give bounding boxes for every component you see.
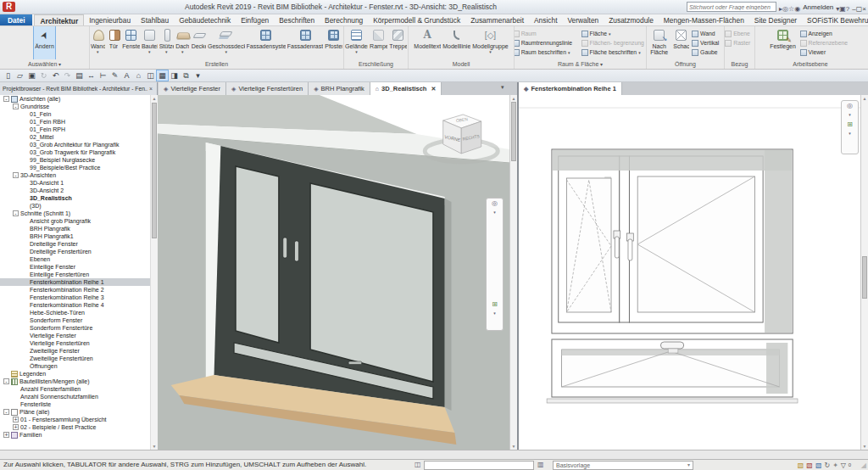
tree-item[interactable]: 3D-Ansicht 1 (0, 179, 157, 187)
ribbon-tab[interactable]: Gebäudetechnik (174, 14, 236, 25)
editable-only-icon[interactable]: ▧ (806, 461, 813, 470)
user-icon[interactable]: ◉ (794, 5, 800, 13)
ribbon-tab[interactable]: Stahlbau (136, 14, 174, 25)
tree-item[interactable]: 3D-Ansicht 2 (0, 187, 157, 194)
design-option-dropdown[interactable]: Basisvorlage▾ (553, 461, 693, 470)
save-icon[interactable]: ▣ (26, 70, 37, 81)
chevron-down-icon[interactable]: ▾ (493, 208, 496, 217)
tree-item[interactable]: Ansichten (alle) (0, 95, 157, 103)
aligned-dimension-icon[interactable]: ⊢ (97, 70, 108, 81)
ribbon-tab[interactable]: Datei (0, 14, 32, 25)
3d-viewport[interactable]: OBEN VORNE RECHTS (158, 95, 509, 450)
elevation-drawing[interactable] (519, 95, 860, 450)
expand-icon[interactable] (13, 424, 19, 430)
tree-item[interactable]: 01 - Fenstersammlung Übersicht (0, 416, 157, 423)
tree-item[interactable]: 03_Grob Tragwerk für Plangrafik (0, 148, 157, 156)
ribbon-small-button[interactable]: Viewer▾ (800, 48, 852, 56)
ribbon-button[interactable]: Treppe▾ (388, 26, 408, 59)
ribbon-small-button[interactable]: Vertikal▾ (692, 39, 723, 47)
ribbon-button[interactable]: Geländer▾ (344, 26, 369, 59)
view-tab[interactable]: ◈Viertelige Fenster✕ (159, 82, 226, 95)
ribbon-button[interactable]: Modelltext▾ (413, 26, 442, 59)
ribbon-button[interactable]: Stütze▾ (159, 26, 175, 59)
lower-window-handle[interactable] (348, 361, 362, 365)
signin-button[interactable]: Anmelden (803, 3, 833, 11)
ribbon-button[interactable]: Dach▾ (175, 26, 191, 59)
edit-in-place-icon[interactable]: ✦ (832, 461, 838, 470)
ribbon-tab[interactable]: Zusammenarbeit (465, 14, 529, 25)
tree-item[interactable]: 03_Grob Architektur für Plangrafik (0, 141, 157, 148)
tree-item[interactable]: Sonderform Fenster (0, 316, 157, 324)
expand-icon[interactable] (3, 378, 9, 384)
view-tab[interactable]: ◈Fensterkombination Reihe 1✕ (519, 82, 622, 95)
revit-logo[interactable]: R (3, 2, 15, 12)
tree-item[interactable]: Öffnungen (0, 362, 157, 370)
tree-item[interactable]: 99_Beispiel Nurglasecke (0, 156, 157, 164)
tree-item[interactable]: 99_Beispiele/Best Practice (0, 164, 157, 171)
app-store-icon[interactable]: ▣ (839, 5, 846, 13)
tree-item[interactable]: Fensterkombination Reihe 3 (0, 294, 157, 301)
ribbon-tab[interactable]: Architektur (34, 14, 84, 25)
tab-overflow-icon[interactable]: ▾ (501, 84, 504, 91)
tree-item[interactable]: 01_Fein RPH (0, 126, 157, 133)
tree-item[interactable]: Sonderform Fenstertüre (0, 324, 157, 332)
viewport-scrollbar[interactable]: ▲ ▼ (509, 95, 517, 450)
window-handle[interactable] (283, 238, 287, 258)
ribbon-button[interactable]: Modelllinie▾ (442, 26, 471, 59)
ribbon-button[interactable]: Geschossdecke▾ (207, 26, 246, 59)
3d-scene[interactable]: OBEN VORNE RECHTS (158, 95, 509, 450)
sync-icon[interactable]: ↻ (38, 70, 49, 81)
left-sash-glass[interactable] (236, 166, 279, 343)
ribbon-small-button[interactable]: Referenzebene▾ (800, 39, 852, 47)
tree-item[interactable]: Familien (0, 431, 157, 439)
view-tab[interactable]: ◈BRH Plangrafik✕ (309, 82, 370, 95)
ribbon-small-button[interactable]: Wand▾ (692, 30, 723, 37)
ribbon-button[interactable]: Fassadenraster▾ (287, 26, 325, 59)
ribbon-button[interactable]: Bauteil▾ (141, 26, 159, 59)
expand-icon[interactable] (13, 210, 19, 216)
ribbon-small-button[interactable]: Fläche▾ (581, 30, 646, 37)
tree-item[interactable]: Dreiteilige Fenstertüren (0, 248, 157, 255)
tilt-handle[interactable] (660, 342, 683, 349)
tree-item[interactable]: Grundrisse (0, 103, 157, 110)
customize-qat-icon[interactable]: ▾ (192, 70, 203, 81)
navigation-bar[interactable]: ◎ ▾ ⊞ ▾ (841, 100, 859, 154)
navigation-bar[interactable]: ◎ ▾ ⊞ ▾ (486, 198, 504, 331)
ribbon-button[interactable]: Fassadensystem▾ (246, 26, 287, 59)
tree-item[interactable]: Fensterliste (0, 400, 157, 408)
tree-item[interactable]: Viertelige Fenstertüren (0, 339, 157, 347)
chevron-down-icon[interactable]: ▾ (849, 110, 851, 120)
tree-item[interactable]: 02 - Beispiele / Best Practice (0, 423, 157, 431)
expand-icon[interactable] (13, 417, 19, 422)
project-browser-titlebar[interactable]: Projektbrowser - Revit BIM Bibliothek - … (0, 82, 158, 95)
workset-dropdown[interactable] (424, 461, 534, 470)
sash-handle[interactable] (628, 239, 632, 260)
ribbon-button[interactable]: Fenster▾ (121, 26, 141, 59)
ribbon-button[interactable]: Modellgruppe▾ (471, 26, 509, 59)
expand-icon[interactable] (3, 96, 9, 102)
ribbon-tab[interactable]: Beschriften (274, 14, 320, 25)
ribbon-button[interactable]: Decke▾ (191, 26, 207, 59)
tree-item[interactable]: Fensterkombination Reihe 4 (0, 301, 157, 309)
tree-item[interactable]: Fensterkombination Reihe 2 (0, 286, 157, 294)
help-icon[interactable]: ? (846, 5, 849, 13)
ribbon-small-button[interactable]: Anzeigen▾ (800, 30, 852, 37)
ribbon-tab[interactable]: Berechnung (320, 14, 368, 25)
elevation-scrollbar[interactable]: ▲ ▼ (860, 95, 868, 450)
chevron-down-icon[interactable]: ▾ (849, 129, 851, 138)
ribbon-button[interactable]: Rampe▾ (369, 26, 388, 59)
tree-item[interactable]: Schnitte (Schnitt 1) (0, 210, 157, 217)
ribbon-tab[interactable]: Ansicht (529, 14, 562, 25)
ribbon-tab[interactable]: Einfügen (236, 14, 274, 25)
tree-item[interactable]: Fensterkombination Reihe 1 (0, 278, 157, 286)
panel-label-auswaehlen[interactable]: Auswählen (0, 60, 89, 69)
tree-item[interactable]: Einteilige Fenster (0, 263, 157, 271)
ribbon-tab[interactable]: Verwalten (562, 14, 604, 25)
left-sash[interactable] (566, 178, 611, 312)
right-sash-glass[interactable] (310, 183, 433, 382)
undo-icon[interactable]: ↶ (50, 70, 61, 81)
expand-icon[interactable] (3, 409, 9, 415)
ribbon-button[interactable]: Pfosten▾ (324, 26, 343, 59)
tree-item[interactable]: BRH Plangrafik (0, 225, 157, 232)
tree-item[interactable]: Zweiteilige Fenstertüren (0, 355, 157, 362)
